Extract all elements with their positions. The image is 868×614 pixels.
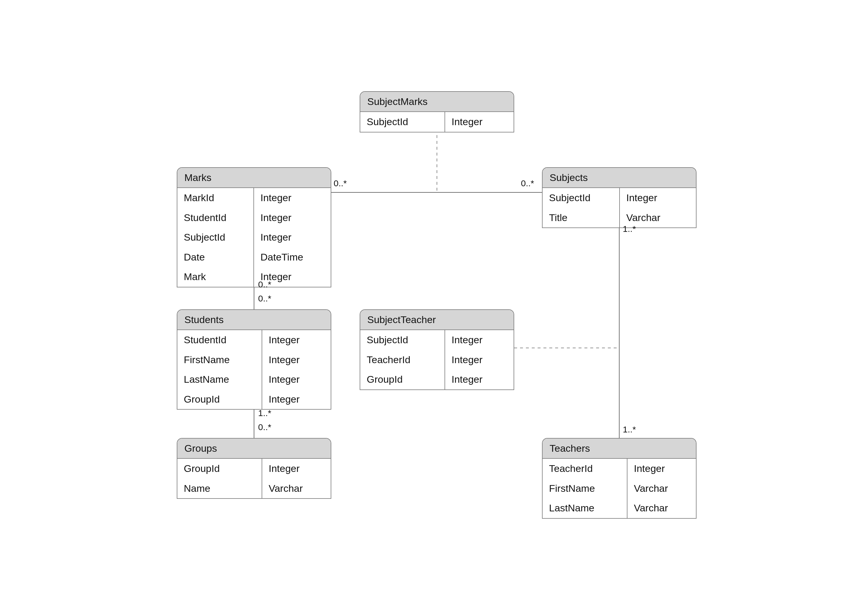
field-row: StudentIdInteger — [177, 330, 331, 350]
entity-title: Subjects — [543, 168, 696, 188]
field-name: FirstName — [177, 350, 262, 370]
field-row: MarkIdInteger — [177, 188, 331, 208]
field-row: NameVarchar — [177, 479, 331, 499]
entity-title: Students — [177, 310, 331, 330]
field-type: DateTime — [254, 247, 331, 267]
entity-fields: SubjectIdInteger — [360, 112, 513, 132]
field-row: DateDateTime — [177, 247, 331, 267]
field-name: LastName — [177, 369, 262, 389]
field-type: Integer — [262, 459, 331, 479]
field-name: TeacherId — [360, 350, 445, 370]
field-type: Integer — [262, 330, 331, 350]
field-row: GroupIdInteger — [177, 459, 331, 479]
field-name: StudentId — [177, 208, 254, 228]
entity-title: Groups — [177, 439, 331, 459]
field-name: Title — [543, 208, 620, 228]
field-row: LastNameInteger — [177, 369, 331, 389]
entity-title: Marks — [177, 168, 331, 188]
field-name: TeacherId — [543, 459, 627, 479]
field-row: SubjectIdInteger — [360, 112, 513, 132]
field-type: Integer — [445, 369, 513, 389]
entity-subjectmarks[interactable]: SubjectMarksSubjectIdInteger — [360, 91, 514, 132]
entity-teachers[interactable]: TeachersTeacherIdIntegerFirstNameVarchar… — [542, 438, 697, 519]
mult-students-top: 0..* — [258, 293, 271, 304]
mult-teachers-top: 1..* — [623, 425, 636, 434]
entity-students[interactable]: StudentsStudentIdIntegerFirstNameInteger… — [177, 309, 331, 409]
field-type: Integer — [445, 350, 513, 370]
field-row: FirstNameVarchar — [543, 479, 696, 499]
field-name: SubjectId — [360, 330, 445, 350]
field-row: StudentIdInteger — [177, 208, 331, 228]
field-name: LastName — [543, 498, 627, 518]
field-type: Varchar — [627, 479, 696, 499]
field-row: TitleVarchar — [543, 208, 696, 228]
field-type: Integer — [254, 228, 331, 247]
entity-fields: TeacherIdIntegerFirstNameVarcharLastName… — [543, 459, 696, 518]
entity-subjects[interactable]: SubjectsSubjectIdIntegerTitleVarchar — [542, 167, 697, 228]
mult-marks-bottom: 0..* — [258, 279, 271, 290]
entity-fields: SubjectIdIntegerTitleVarchar — [543, 188, 696, 228]
field-name: Date — [177, 247, 254, 267]
field-name: SubjectId — [543, 188, 620, 208]
entity-title: Teachers — [543, 439, 696, 459]
field-name: FirstName — [543, 479, 627, 499]
mult-marks-side: 0..* — [334, 178, 347, 188]
field-type: Integer — [262, 389, 331, 409]
field-type: Integer — [620, 188, 696, 208]
mult-subjects-bottom: 1..* — [623, 224, 636, 234]
field-type: Integer — [262, 350, 331, 370]
field-type: Integer — [262, 369, 331, 389]
field-name: GroupId — [360, 369, 445, 389]
field-row: GroupIdInteger — [177, 389, 331, 409]
field-row: SubjectIdInteger — [360, 330, 513, 350]
field-row: LastNameVarchar — [543, 498, 696, 518]
field-type: Varchar — [627, 498, 696, 518]
field-name: SubjectId — [360, 112, 445, 132]
diagram-stage: SubjectMarksSubjectIdInteger MarksMarkId… — [0, 0, 868, 614]
field-row: TeacherIdInteger — [360, 350, 513, 370]
field-type: Integer — [445, 330, 513, 350]
field-row: MarkInteger — [177, 267, 331, 287]
entity-marks[interactable]: MarksMarkIdIntegerStudentIdIntegerSubjec… — [177, 167, 331, 287]
field-type: Integer — [254, 188, 331, 208]
field-type: Integer — [445, 112, 513, 132]
entity-fields: GroupIdIntegerNameVarchar — [177, 459, 331, 498]
entity-subjectteacher[interactable]: SubjectTeacherSubjectIdIntegerTeacherIdI… — [360, 309, 514, 390]
field-row: SubjectIdInteger — [543, 188, 696, 208]
field-row: FirstNameInteger — [177, 350, 331, 370]
entity-title: SubjectMarks — [360, 92, 513, 112]
mult-subjects-side: 0..* — [521, 178, 534, 188]
field-name: GroupId — [177, 459, 262, 479]
mult-students-bottom: 1..* — [258, 408, 271, 418]
field-name: GroupId — [177, 389, 262, 409]
field-type: Integer — [254, 208, 331, 228]
field-type: Varchar — [262, 479, 331, 499]
field-name: SubjectId — [177, 228, 254, 247]
field-name: StudentId — [177, 330, 262, 350]
field-name: MarkId — [177, 188, 254, 208]
entity-fields: SubjectIdIntegerTeacherIdIntegerGroupIdI… — [360, 330, 513, 389]
entity-groups[interactable]: GroupsGroupIdIntegerNameVarchar — [177, 438, 331, 499]
mult-groups-top: 0..* — [258, 422, 271, 432]
field-row: GroupIdInteger — [360, 369, 513, 389]
field-type: Integer — [627, 459, 696, 479]
entity-fields: StudentIdIntegerFirstNameIntegerLastName… — [177, 330, 331, 409]
entity-title: SubjectTeacher — [360, 310, 513, 330]
field-name: Mark — [177, 267, 254, 287]
field-row: TeacherIdInteger — [543, 459, 696, 479]
entity-fields: MarkIdIntegerStudentIdIntegerSubjectIdIn… — [177, 188, 331, 287]
field-row: SubjectIdInteger — [177, 228, 331, 247]
field-name: Name — [177, 479, 262, 499]
